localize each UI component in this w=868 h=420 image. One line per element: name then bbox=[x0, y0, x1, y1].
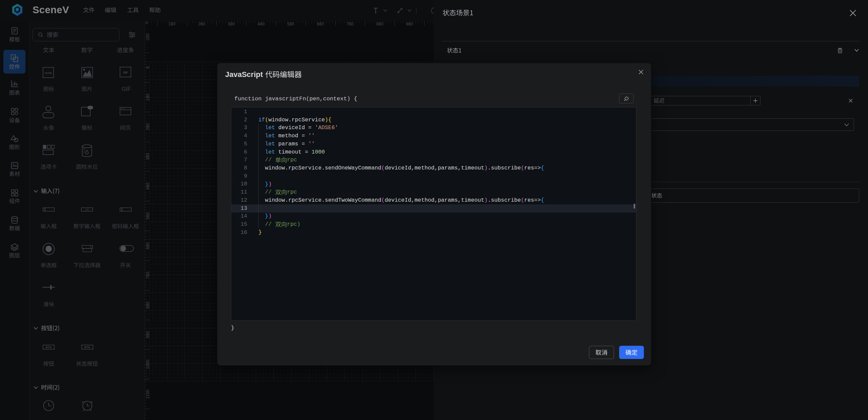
svg-text:GIF: GIF bbox=[123, 71, 128, 74]
svg-text:ICON: ICON bbox=[45, 72, 52, 75]
svg-text:BTN: BTN bbox=[46, 346, 52, 349]
svg-text:123: 123 bbox=[85, 208, 89, 211]
svg-text:BTN: BTN bbox=[84, 346, 90, 349]
